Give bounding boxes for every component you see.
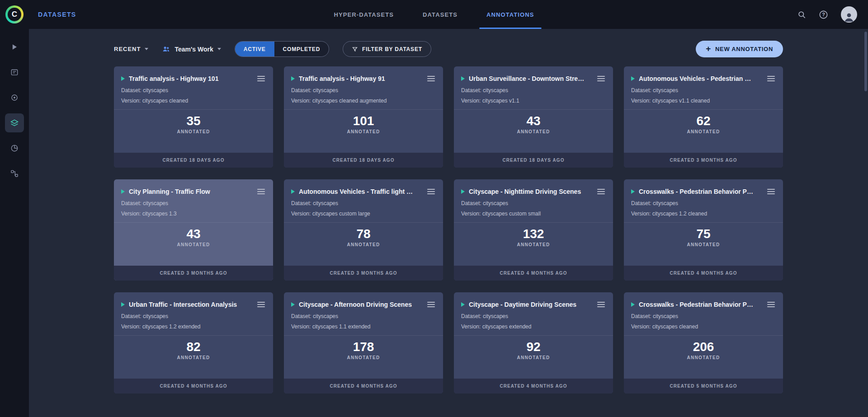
card-menu-icon[interactable] (766, 300, 776, 309)
card-menu-icon[interactable] (256, 300, 266, 309)
sidebar-item-models[interactable] (0, 85, 29, 110)
card-count-area: 62 ANNOTATED (624, 110, 783, 153)
annotated-label: ANNOTATED (177, 129, 210, 134)
card-dataset: Dataset: cityscapes (284, 87, 443, 94)
card-header: Urban Traffic - Intersection Analysis (114, 292, 273, 309)
tab-hyper-datasets[interactable]: HYPER-DATASETS (326, 0, 401, 29)
annotation-card[interactable]: Traffic analysis - Highway 91 Dataset: c… (284, 66, 443, 168)
card-version: Version: cityscapes custom small (454, 211, 613, 217)
card-created-label: CREATED 4 MONTHS AGO (284, 379, 443, 394)
sidebar-item-pipelines[interactable] (0, 161, 29, 186)
search-icon[interactable] (797, 10, 806, 19)
annotation-card[interactable]: City Planning - Traffic Flow Dataset: ci… (114, 179, 273, 281)
card-menu-icon[interactable] (596, 74, 606, 83)
card-count-area: 75 ANNOTATED (624, 223, 783, 266)
card-header: City Planning - Traffic Flow (114, 179, 273, 196)
card-count-area: 43 ANNOTATED (114, 223, 273, 266)
card-menu-icon[interactable] (596, 300, 606, 309)
team-icon (162, 45, 170, 53)
card-menu-icon[interactable] (426, 74, 436, 83)
annotated-label: ANNOTATED (347, 355, 380, 360)
card-menu-icon[interactable] (766, 74, 776, 83)
tab-datasets[interactable]: DATASETS (415, 0, 465, 29)
annotation-card[interactable]: Cityscape - Nighttime Driving Scenes Dat… (454, 179, 613, 281)
annotation-card[interactable]: Crosswalks - Pedestrian Behavior P… Data… (624, 292, 783, 394)
report-icon (5, 63, 24, 82)
new-annotation-label: NEW ANNOTATION (715, 46, 773, 52)
sidebar-item-analytics[interactable] (0, 136, 29, 161)
user-avatar[interactable] (841, 6, 857, 23)
pie-chart-icon (5, 139, 24, 158)
annotation-card[interactable]: Urban Surveillance - Downtown Stre… Data… (454, 66, 613, 168)
play-icon (121, 189, 125, 194)
card-menu-icon[interactable] (596, 187, 606, 196)
annotation-card[interactable]: Autonomous Vehicles - Pedestrian … Datas… (624, 66, 783, 168)
play-icon (631, 302, 635, 307)
new-annotation-button[interactable]: + NEW ANNOTATION (696, 41, 783, 57)
sidebar-item-annotations[interactable] (0, 110, 29, 136)
topbar: C DATASETS HYPER-DATASETS DATASETS ANNOT… (0, 0, 868, 29)
card-menu-icon[interactable] (426, 187, 436, 196)
toolbar: RECENT Team's Work ACTIVE COMPLETED FILT… (114, 41, 783, 57)
annotation-card[interactable]: Crosswalks - Pedestrian Behavior P… Data… (624, 179, 783, 281)
annotation-card[interactable]: Urban Traffic - Intersection Analysis Da… (114, 292, 273, 394)
card-title: Autonomous Vehicles - Traffic light … (299, 188, 422, 195)
card-menu-icon[interactable] (766, 187, 776, 196)
card-dataset: Dataset: cityscapes (624, 87, 783, 94)
card-dataset: Dataset: cityscapes (114, 87, 273, 94)
card-created-label: CREATED 18 DAYS AGO (454, 153, 613, 168)
filter-by-dataset-button[interactable]: FILTER BY DATASET (343, 41, 431, 57)
sidebar-item-launch[interactable] (0, 34, 29, 60)
annotation-card[interactable]: Traffic analysis - Highway 101 Dataset: … (114, 66, 273, 168)
play-icon (291, 76, 295, 81)
help-icon[interactable]: ? (819, 10, 828, 19)
sidebar-item-reports[interactable] (0, 60, 29, 85)
card-count-area: 101 ANNOTATED (284, 110, 443, 153)
card-title: Crosswalks - Pedestrian Behavior P… (639, 188, 762, 195)
filter-funnel-icon (352, 46, 358, 52)
card-created-label: CREATED 3 MONTHS AGO (624, 153, 783, 168)
card-count-area: 206 ANNOTATED (624, 336, 783, 379)
layers-icon (5, 113, 24, 132)
annotated-label: ANNOTATED (347, 242, 380, 247)
sort-dropdown[interactable]: RECENT (114, 46, 148, 52)
annotated-count: 92 (526, 340, 540, 354)
main-tabs: HYPER-DATASETS DATASETS ANNOTATIONS (319, 0, 548, 29)
card-title: Urban Surveillance - Downtown Stre… (469, 75, 592, 82)
annotated-count: 43 (186, 227, 200, 241)
card-created-label: CREATED 4 MONTHS AGO (454, 379, 613, 394)
card-version: Version: cityscapes cleaned (114, 98, 273, 104)
vertical-scrollbar[interactable] (864, 32, 867, 91)
card-title: Traffic analysis - Highway 91 (299, 75, 422, 82)
annotated-count: 75 (696, 227, 710, 241)
card-menu-icon[interactable] (256, 187, 266, 196)
app-logo[interactable]: C (0, 5, 29, 23)
topbar-actions: ? (797, 6, 868, 23)
filter-completed-button[interactable]: COMPLETED (274, 42, 329, 56)
annotation-card[interactable]: Cityscape - Afternoon Driving Scenes Dat… (284, 292, 443, 394)
status-filter-toggle: ACTIVE COMPLETED (235, 41, 329, 57)
card-title: Cityscape - Daytime Driving Scenes (469, 301, 592, 308)
card-version: Version: cityscapes v1.1 cleaned (624, 98, 783, 104)
logo-letter: C (8, 8, 21, 21)
card-created-label: CREATED 3 MONTHS AGO (284, 266, 443, 281)
card-menu-icon[interactable] (426, 300, 436, 309)
tab-annotations[interactable]: ANNOTATIONS (479, 0, 542, 29)
filter-active-button[interactable]: ACTIVE (235, 42, 274, 56)
card-title: Traffic analysis - Highway 101 (129, 75, 252, 82)
annotation-card[interactable]: Autonomous Vehicles - Traffic light … Da… (284, 179, 443, 281)
main-layout: RECENT Team's Work ACTIVE COMPLETED FILT… (0, 29, 868, 417)
card-header: Cityscape - Afternoon Driving Scenes (284, 292, 443, 309)
card-title: City Planning - Traffic Flow (129, 188, 252, 195)
scope-dropdown[interactable]: Team's Work (162, 45, 221, 53)
annotated-label: ANNOTATED (517, 355, 550, 360)
annotation-card[interactable]: Cityscape - Daytime Driving Scenes Datas… (454, 292, 613, 394)
annotated-count: 62 (696, 114, 710, 128)
card-version: Version: cityscapes 1.1 extended (284, 323, 443, 330)
card-menu-icon[interactable] (256, 74, 266, 83)
card-version: Version: cityscapes extended (454, 323, 613, 330)
card-header: Crosswalks - Pedestrian Behavior P… (624, 292, 783, 309)
annotation-card-grid: Traffic analysis - Highway 101 Dataset: … (114, 66, 783, 394)
annotated-label: ANNOTATED (687, 129, 720, 134)
card-header: Cityscape - Nighttime Driving Scenes (454, 179, 613, 196)
